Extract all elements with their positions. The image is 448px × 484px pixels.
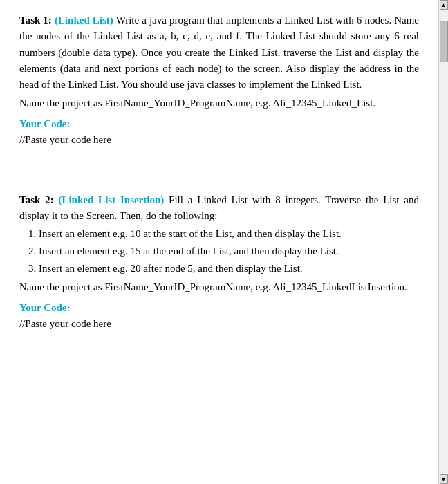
task2-topic: (Linked List Insertion) [58, 194, 164, 205]
task1-label: Task 1: [19, 15, 52, 26]
task1-topic: (Linked List) [55, 15, 113, 26]
task2-list: Insert an element e.g. 10 at the start o… [39, 226, 419, 277]
task2-your-code-label: Your Code: [19, 300, 419, 316]
task1-name-line: Name the project as FirstName_YourID_Pro… [19, 95, 419, 111]
task2-block: Task 2: (Linked List Insertion) Fill a L… [19, 192, 419, 332]
task2-code-placeholder: //Paste your code here [19, 316, 419, 332]
scrollbar-thumb[interactable] [440, 21, 448, 62]
task2-name-line: Name the project as FirstName_YourID_Pro… [19, 279, 419, 295]
task2-list-item-1: Insert an element e.g. 10 at the start o… [39, 226, 419, 242]
page-container: Task 1: (Linked List) Write a java progr… [0, 0, 448, 484]
scrollbar-arrow-down[interactable]: ▼ [440, 474, 448, 484]
task1-text: Task 1: (Linked List) Write a java progr… [19, 12, 419, 93]
task1-code-placeholder: //Paste your code here [19, 132, 419, 148]
task-separator-1 [19, 165, 419, 192]
task2-list-item-2: Insert an element e.g. 15 at the end of … [39, 243, 419, 259]
content-area: Task 1: (Linked List) Write a java progr… [0, 0, 438, 484]
task1-your-code-label: Your Code: [19, 116, 419, 132]
task1-description: Write a java program that implements a L… [19, 15, 419, 90]
task2-list-item-3: Insert an element e.g. 20 after node 5, … [39, 261, 419, 277]
scrollbar[interactable]: ▲ ▼ [438, 0, 448, 484]
scrollbar-arrow-up[interactable]: ▲ [440, 0, 448, 10]
task2-label: Task 2: [19, 194, 54, 205]
task2-text: Task 2: (Linked List Insertion) Fill a L… [19, 192, 419, 225]
task1-block: Task 1: (Linked List) Write a java progr… [19, 12, 419, 148]
